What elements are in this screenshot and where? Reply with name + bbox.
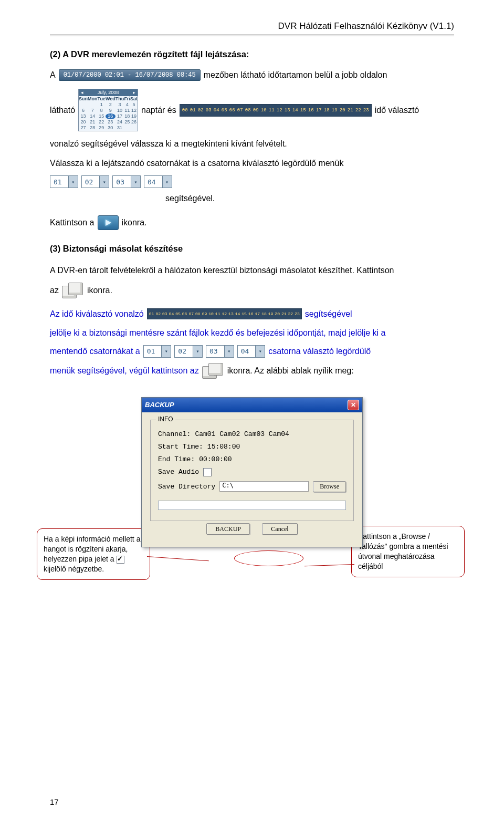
dialog-title: BACKUP xyxy=(145,401,174,409)
text: az xyxy=(50,284,59,297)
text: A DVR-en tárolt felvételekről a hálózato… xyxy=(50,263,454,277)
chevron-down-icon: ▾ xyxy=(131,176,140,188)
save-directory-label: Save Directory xyxy=(158,483,215,491)
text: csatorna választó legördülő xyxy=(268,345,371,358)
callout-browse: Kattintson a „Browse / Tallózás" gombra … xyxy=(351,526,465,577)
chevron-down-icon: ▾ xyxy=(193,346,202,357)
backup-icon[interactable] xyxy=(62,283,84,298)
start-time-value: 15:08:00 xyxy=(207,443,240,451)
text: naptár és xyxy=(141,104,176,117)
text: Válassza ki a lejátszandó csatornákat is… xyxy=(50,156,454,170)
backup-dialog-wrap: Ha a képi információ mellett a hangot is… xyxy=(50,397,454,547)
text: látható xyxy=(50,104,75,117)
calendar-prev-icon[interactable]: ◂ xyxy=(81,90,83,95)
chevron-down-icon: ▾ xyxy=(161,346,171,357)
section-2-title: (2) A DVR merevlemezén rögzített fájl le… xyxy=(50,49,454,59)
dialog-close-button[interactable]: ✕ xyxy=(348,400,359,410)
channel-select-4[interactable]: 04▾ xyxy=(144,175,172,188)
channel-label: Channel: xyxy=(158,430,191,438)
text: ikonra. xyxy=(122,216,147,229)
text: mezőben látható időtartamon belül a jobb… xyxy=(204,69,387,81)
channel-select-1b[interactable]: 01▾ xyxy=(143,345,172,358)
save-audio-label: Save Audio xyxy=(158,468,199,476)
backup-icon-2[interactable] xyxy=(202,363,224,379)
text: vonalzó segítségével válassza ki a megte… xyxy=(50,137,454,151)
calendar-next-icon[interactable]: ▸ xyxy=(133,90,135,95)
callout-connector xyxy=(304,564,354,566)
chevron-down-icon: ▾ xyxy=(162,176,172,188)
channel-value: Cam01 Cam02 Cam03 Cam04 xyxy=(195,430,289,438)
channel-select-2b[interactable]: 02▾ xyxy=(174,345,203,358)
text: Az idő kiválasztó vonalzó xyxy=(50,308,144,320)
fieldset-legend: INFO xyxy=(156,415,175,423)
callout-save-audio: Ha a képi információ mellett a hangot is… xyxy=(37,528,150,580)
section-3-title: (3) Biztonsági másolat készítése xyxy=(50,244,454,254)
backup-button[interactable]: BACKUP xyxy=(206,523,250,535)
channel-select-3b[interactable]: 03▾ xyxy=(206,345,234,358)
backup-dialog: BACKUP ✕ INFO Channel: Cam01 Cam02 Cam03… xyxy=(141,397,363,547)
doc-header: DVR Hálózati Felhasználói Kézikönyv (V1.… xyxy=(50,21,454,35)
checkbox-inline-icon xyxy=(117,556,124,564)
text: mentendő csatornákat a xyxy=(50,345,140,358)
play-button[interactable] xyxy=(98,215,119,230)
progress-bar xyxy=(158,501,346,510)
text: segítségével xyxy=(305,308,352,320)
channel-select-1[interactable]: 01▾ xyxy=(50,175,78,188)
save-audio-checkbox[interactable] xyxy=(203,468,212,476)
channel-select-4b[interactable]: 04▾ xyxy=(237,345,266,358)
channel-select-3[interactable]: 03▾ xyxy=(112,175,141,188)
end-time-value: 00:00:00 xyxy=(199,455,232,463)
text: A xyxy=(50,69,56,81)
close-icon: ✕ xyxy=(351,401,356,409)
calendar-widget[interactable]: ◂ July, 2008 ▸ SunMonTueWedThuFriSat 123… xyxy=(78,89,138,131)
text: idő választó xyxy=(375,104,419,117)
channel-select-group-2: 01▾ 02▾ 03▾ 04▾ xyxy=(143,345,266,358)
chevron-down-icon: ▾ xyxy=(224,346,234,357)
text: jelölje ki a biztonsági mentésre szánt f… xyxy=(50,326,454,340)
hour-ruler[interactable]: 0001020304050607080910111213141516171819… xyxy=(180,104,372,117)
page-number: 17 xyxy=(50,797,59,806)
text: menük segítségével, végül kattintson az xyxy=(50,365,199,377)
text: Kattintson a xyxy=(50,216,94,229)
chevron-down-icon: ▾ xyxy=(68,176,78,188)
browse-button[interactable]: Browse xyxy=(313,481,346,492)
cancel-button[interactable]: Cancel xyxy=(262,523,297,535)
play-icon xyxy=(104,219,112,226)
text: ikonra. Az alábbi ablak nyílik meg: xyxy=(227,365,354,377)
annotation-oval xyxy=(234,550,303,566)
calendar-month: July, 2008 xyxy=(98,90,119,95)
date-range-field[interactable]: 01/07/2000 02:01 - 16/07/2008 08:45 xyxy=(59,69,201,81)
chevron-down-icon: ▾ xyxy=(255,346,265,357)
save-directory-input[interactable]: C:\ xyxy=(219,481,309,492)
text: segítségével. xyxy=(50,191,454,205)
hour-ruler-small[interactable]: 0102030405060708091011121314151617181920… xyxy=(147,308,302,319)
start-time-label: Start Time: xyxy=(158,443,203,451)
channel-select-group: 01▾ 02▾ 03▾ 04▾ xyxy=(50,175,172,188)
text: ikonra. xyxy=(87,284,112,297)
svg-marker-0 xyxy=(106,220,111,226)
channel-select-2[interactable]: 02▾ xyxy=(81,175,110,188)
info-fieldset: INFO Channel: Cam01 Cam02 Cam03 Cam04 St… xyxy=(150,420,354,521)
chevron-down-icon: ▾ xyxy=(99,176,109,188)
end-time-label: End Time: xyxy=(158,455,195,463)
header-rule xyxy=(50,35,454,36)
callout-connector xyxy=(147,556,209,561)
calendar-grid: SunMonTueWedThuFriSat 12345 6789101112 1… xyxy=(79,96,138,131)
